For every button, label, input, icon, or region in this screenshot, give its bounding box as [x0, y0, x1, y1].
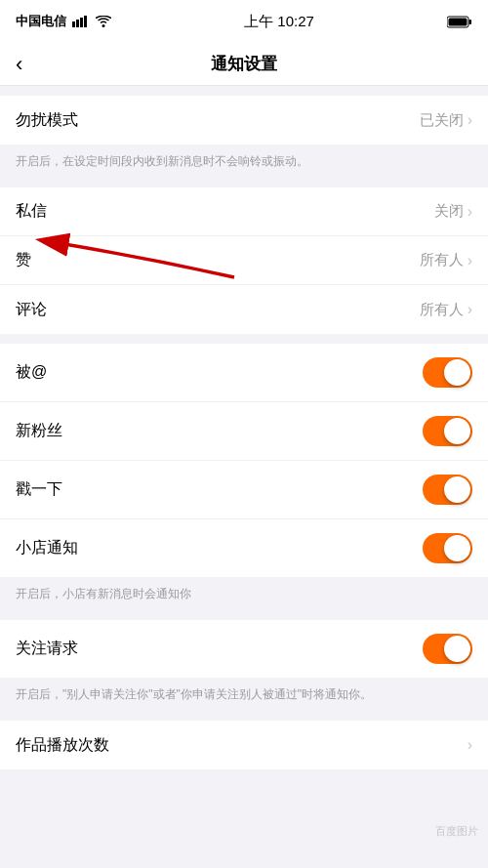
carrier-label: 中国电信: [16, 13, 66, 30]
follow-request-item[interactable]: 关注请求: [0, 620, 488, 678]
poke-toggle-knob: [444, 476, 470, 503]
poke-label: 戳一下: [16, 479, 62, 500]
comment-item[interactable]: 评论 所有人 ›: [0, 285, 488, 334]
status-right: [447, 16, 472, 28]
mention-label: 被@: [16, 362, 47, 383]
watermark: 百度图片: [435, 824, 478, 839]
battery-icon: [447, 16, 472, 28]
svg-point-4: [102, 24, 105, 27]
status-time: 上午 10:27: [244, 13, 314, 31]
shop-notify-item[interactable]: 小店通知: [0, 519, 488, 577]
poke-item[interactable]: 戳一下: [0, 461, 488, 519]
toggles-section: 被@ 新粉丝 戳一下 小店通知: [0, 344, 488, 577]
svg-rect-3: [84, 16, 87, 27]
back-button[interactable]: ‹: [16, 54, 22, 75]
dnd-item[interactable]: 勿扰模式 已关闭 ›: [0, 96, 488, 145]
comment-label: 评论: [16, 300, 47, 320]
play-count-chevron-icon: ›: [468, 736, 472, 754]
play-count-label: 作品播放次数: [16, 735, 109, 756]
private-message-label: 私信: [16, 201, 47, 222]
play-count-item[interactable]: 作品播放次数 ›: [0, 721, 488, 769]
dnd-value: 已关闭 ›: [420, 111, 472, 130]
shop-notify-label: 小店通知: [16, 538, 78, 558]
new-fans-toggle-knob: [444, 418, 470, 444]
follow-request-desc: 开启后，"别人申请关注你"或者"你申请关注别人被通过"时将通知你。: [0, 678, 488, 711]
status-bar: 中国电信 上午 10:27: [0, 0, 488, 43]
svg-rect-7: [449, 18, 468, 25]
dnd-label: 勿扰模式: [16, 110, 78, 131]
private-message-chevron-icon: ›: [468, 203, 472, 221]
private-message-item[interactable]: 私信 关闭 ›: [0, 187, 488, 236]
shop-notify-toggle[interactable]: [423, 533, 472, 563]
nav-bar: ‹ 通知设置: [0, 43, 488, 86]
follow-request-toggle-knob: [444, 636, 470, 662]
wifi-icon: [96, 16, 111, 27]
new-fans-toggle[interactable]: [423, 416, 472, 446]
like-value: 所有人 ›: [420, 251, 472, 269]
comment-chevron-icon: ›: [468, 301, 472, 318]
status-left: 中国电信: [16, 13, 111, 30]
like-chevron-icon: ›: [468, 252, 472, 269]
svg-rect-2: [80, 18, 83, 27]
new-fans-item[interactable]: 新粉丝: [0, 402, 488, 461]
svg-rect-0: [72, 21, 75, 27]
messages-section: 私信 关闭 › 赞 所有人 › 评论 所有人 ›: [0, 187, 488, 334]
follow-request-label: 关注请求: [16, 639, 78, 659]
svg-rect-6: [469, 20, 472, 24]
mention-item[interactable]: 被@: [0, 344, 488, 402]
play-count-value: ›: [468, 736, 472, 754]
shop-notify-toggle-knob: [444, 535, 470, 561]
play-count-section: 作品播放次数 ›: [0, 721, 488, 769]
mention-toggle[interactable]: [423, 357, 472, 388]
new-fans-label: 新粉丝: [16, 421, 62, 441]
page-title: 通知设置: [211, 53, 277, 75]
dnd-desc: 开启后，在设定时间段内收到新消息时不会响铃或振动。: [0, 145, 488, 178]
poke-toggle[interactable]: [423, 475, 472, 505]
svg-rect-1: [76, 20, 79, 27]
mention-toggle-knob: [444, 359, 470, 386]
signal-icon: [72, 16, 90, 27]
comment-value: 所有人 ›: [420, 301, 472, 319]
private-message-value: 关闭 ›: [434, 202, 472, 221]
dnd-section: 勿扰模式 已关闭 ›: [0, 96, 488, 145]
like-label: 赞: [16, 250, 31, 270]
like-item[interactable]: 赞 所有人 ›: [0, 236, 488, 285]
follow-section: 关注请求: [0, 620, 488, 678]
follow-request-toggle[interactable]: [423, 634, 472, 664]
dnd-chevron-icon: ›: [468, 111, 472, 129]
shop-notify-desc: 开启后，小店有新消息时会通知你: [0, 577, 488, 610]
